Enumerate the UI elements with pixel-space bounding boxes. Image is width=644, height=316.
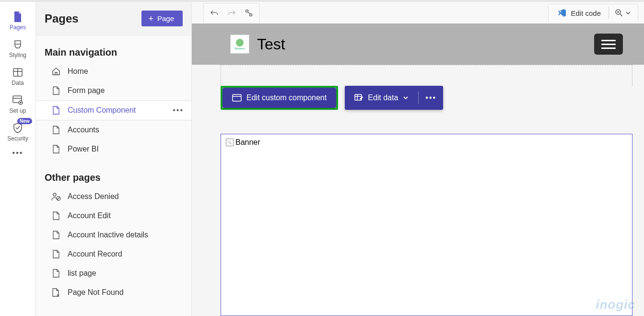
rail-label: Data xyxy=(12,80,23,86)
component-more-button[interactable]: ••• xyxy=(419,88,443,108)
home-icon xyxy=(51,67,61,76)
nav-item-account-edit[interactable]: Account Edit xyxy=(36,206,191,225)
nav-label: Account Inactive details xyxy=(68,231,148,239)
page-icon xyxy=(51,125,61,135)
table-edit-icon xyxy=(354,94,363,102)
rail-label: Set up xyxy=(10,107,26,114)
page-section: Edit custom component Edit data ••• xyxy=(221,65,632,316)
nav-label: Power BI xyxy=(68,145,99,153)
rail-label: Security xyxy=(7,135,28,142)
new-badge: New xyxy=(17,118,32,124)
rail-more[interactable]: ••• xyxy=(12,149,23,157)
left-rail: Pages Styling Data Set up New Security xyxy=(0,2,36,316)
nav-label: Page Not Found xyxy=(68,288,124,297)
new-page-label: Page xyxy=(157,14,174,23)
broken-image-icon xyxy=(226,139,234,146)
nav-item-form-page[interactable]: Form page xyxy=(36,81,191,100)
component-toolbar: Edit custom component Edit data ••• xyxy=(221,86,443,110)
broken-image: Banner xyxy=(226,138,260,147)
edit-custom-component-button[interactable]: Edit custom component xyxy=(222,88,336,108)
site-logo: Business xyxy=(230,35,249,54)
divider xyxy=(609,7,609,19)
page-icon xyxy=(51,230,61,240)
rail-styling[interactable]: Styling xyxy=(0,35,36,62)
svg-point-8 xyxy=(236,39,244,47)
rail-setup[interactable]: Set up xyxy=(0,90,36,118)
zoom-icon xyxy=(615,9,623,17)
page-icon xyxy=(51,211,61,221)
page-icon xyxy=(51,105,61,115)
svg-point-6 xyxy=(250,14,252,16)
rail-data[interactable]: Data xyxy=(0,62,36,90)
nav-item-account-record[interactable]: Account Record xyxy=(36,245,191,264)
page-icon xyxy=(51,269,61,278)
nav-item-power-bi[interactable]: Power BI xyxy=(36,140,191,159)
plus-icon: + xyxy=(148,15,153,22)
page-icon xyxy=(12,12,23,22)
edit-data-label: Edit data xyxy=(368,94,398,102)
nav-label: Form page xyxy=(68,86,105,95)
page-icon xyxy=(51,249,61,259)
svg-point-3 xyxy=(53,193,56,196)
rail-label: Pages xyxy=(10,24,26,31)
nav-item-account-inactive[interactable]: Account Inactive details xyxy=(36,225,191,245)
nav-item-more[interactable]: ••• xyxy=(173,106,184,115)
brush-icon xyxy=(12,39,23,50)
link-button[interactable] xyxy=(241,5,257,21)
nav-label: Custom Component xyxy=(68,106,136,115)
hamburger-menu[interactable] xyxy=(594,34,623,55)
zoom-control[interactable] xyxy=(612,9,634,17)
section-main-nav: Main navigation xyxy=(36,44,191,62)
other-pages-list: Access Denied Account Edit Account Inact… xyxy=(36,187,191,302)
nav-label: Accounts xyxy=(68,126,99,134)
section-other-pages: Other pages xyxy=(36,169,191,187)
command-bar: Edit code xyxy=(192,2,644,23)
redo-button[interactable] xyxy=(224,5,239,21)
canvas-area: Edit code Business Test xyxy=(192,2,644,316)
site-header: Business Test xyxy=(192,23,644,65)
chevron-down-icon xyxy=(403,95,409,101)
edit-code-button[interactable]: Edit code xyxy=(552,6,606,20)
panel-title: Pages xyxy=(45,12,79,25)
setup-icon xyxy=(12,95,23,105)
rail-pages[interactable]: Pages xyxy=(0,7,36,35)
page-icon xyxy=(51,144,61,154)
watermark: inogic xyxy=(596,297,635,312)
preview: Business Test Edit custom component xyxy=(192,23,644,316)
nav-item-accounts[interactable]: Accounts xyxy=(36,120,191,140)
pages-panel: Pages + Page Main navigation Home Form p… xyxy=(36,2,192,316)
nav-item-custom-component[interactable]: Custom Component ••• xyxy=(36,100,191,120)
nav-label: Account Record xyxy=(68,250,122,258)
new-page-button[interactable]: + Page xyxy=(141,11,183,26)
main-nav-list: Home Form page Custom Component ••• Acco… xyxy=(36,62,191,159)
nav-item-list-page[interactable]: list page xyxy=(36,264,191,283)
rail-security[interactable]: New Security xyxy=(0,118,36,146)
nav-label: Access Denied xyxy=(68,192,119,201)
undo-button[interactable] xyxy=(207,5,222,21)
page-icon xyxy=(51,86,61,95)
history-group xyxy=(203,3,260,23)
site-title: Test xyxy=(257,35,285,53)
nav-item-not-found[interactable]: Page Not Found xyxy=(36,283,191,302)
highlight-edit-component: Edit custom component xyxy=(221,86,338,110)
svg-text:Business: Business xyxy=(235,47,245,50)
edit-component-label: Edit custom component xyxy=(246,94,327,102)
nav-item-access-denied[interactable]: Access Denied xyxy=(36,187,191,206)
edit-data-button[interactable]: Edit data xyxy=(345,88,418,108)
svg-rect-10 xyxy=(233,94,241,101)
panel-header: Pages + Page xyxy=(36,2,191,35)
image-alt-text: Banner xyxy=(235,138,260,147)
chevron-down-icon xyxy=(625,10,631,16)
nav-item-home[interactable]: Home xyxy=(36,62,191,81)
panel-body: Main navigation Home Form page Custom Co… xyxy=(36,35,191,316)
user-deny-icon xyxy=(51,192,61,201)
nav-label: list page xyxy=(68,269,96,278)
vscode-icon xyxy=(557,8,567,18)
svg-point-5 xyxy=(246,10,248,12)
shield-icon xyxy=(12,123,23,133)
nav-label: Account Edit xyxy=(68,211,111,220)
custom-component-frame[interactable]: Banner xyxy=(221,134,632,316)
table-icon xyxy=(12,67,23,78)
page-x-icon xyxy=(51,288,61,297)
nav-label: Home xyxy=(68,67,88,76)
